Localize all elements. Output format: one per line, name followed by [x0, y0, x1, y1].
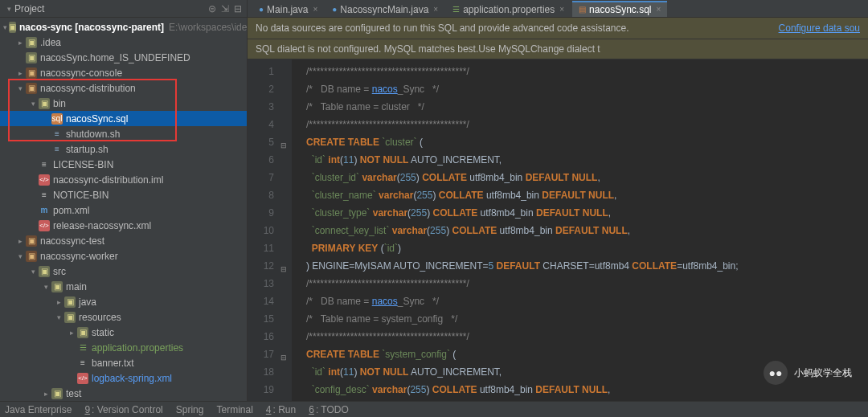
chevron-down-icon[interactable]	[29, 100, 37, 108]
project-collapse-icon[interactable]	[5, 5, 13, 13]
code-line[interactable]: `id` int(11) NOT NULL AUTO_INCREMENT,	[306, 151, 868, 169]
chevron-down-icon[interactable]	[3, 23, 7, 31]
code-line[interactable]: CREATE TABLE `cluster` (	[306, 133, 868, 151]
tab-nacossync-sql[interactable]: ▤nacosSync.sql×	[572, 1, 667, 17]
tree-node-logback-spring-xml[interactable]: </>logback-spring.xml	[0, 370, 247, 386]
tree-node-nacossync-console[interactable]: ▣nacossync-console	[0, 65, 247, 80]
close-icon[interactable]: ×	[433, 5, 438, 14]
code-line[interactable]: /* Table name = system_config */	[306, 310, 868, 328]
configure-datasource-link[interactable]: Configure data sou	[779, 22, 860, 34]
code-line[interactable]: /* DB name = nacos_Sync */	[306, 80, 868, 98]
change-dialect-link[interactable]: Change dialect t	[530, 43, 600, 55]
line-number[interactable]: 14	[251, 292, 274, 310]
tree-node-bin[interactable]: ▣bin	[0, 96, 247, 111]
line-number[interactable]: 9	[251, 204, 274, 222]
line-number[interactable]: 13	[251, 275, 274, 292]
tree-node-startup-sh[interactable]: ≡startup.sh	[0, 141, 247, 157]
line-number[interactable]: 5⊟	[251, 133, 274, 151]
line-number[interactable]: 11	[251, 239, 274, 257]
use-mysql-link[interactable]: Use MySQL	[478, 43, 530, 55]
line-number[interactable]: 17⊟	[251, 345, 274, 363]
tree-node-notice-bin[interactable]: ≡NOTICE-BIN	[0, 187, 247, 202]
code-line[interactable]: `connect_key_list` varchar(255) COLLATE …	[306, 222, 868, 239]
tree-node-license-bin[interactable]: ≡LICENSE-BIN	[0, 157, 247, 172]
code-line[interactable]: `cluster_type` varchar(255) COLLATE utf8…	[306, 204, 868, 222]
collapse-all-icon[interactable]: ⇲	[221, 3, 229, 14]
line-number[interactable]: 12⊟	[251, 257, 274, 275]
line-number[interactable]: 8	[251, 186, 274, 204]
chevron-right-icon[interactable]	[68, 329, 76, 337]
chevron-down-icon[interactable]	[29, 268, 37, 276]
settings-icon[interactable]: ⊜	[208, 3, 216, 14]
code-line[interactable]: `cluster_id` varchar(255) COLLATE utf8mb…	[306, 169, 868, 186]
line-number[interactable]: 16	[251, 328, 274, 345]
code-line[interactable]: /***************************************…	[306, 275, 868, 292]
tree-node-static[interactable]: ▣static	[0, 325, 247, 340]
code-line[interactable]: /***************************************…	[306, 116, 868, 133]
tree-node-banner-txt[interactable]: ≡banner.txt	[0, 355, 247, 370]
tree-node-main[interactable]: ▣main	[0, 279, 247, 294]
line-number[interactable]: 6	[251, 151, 274, 169]
line-number[interactable]: 19	[251, 381, 274, 399]
line-number[interactable]: 1	[251, 63, 274, 80]
toolwindow--run[interactable]: 4: Run	[266, 404, 296, 415]
code-line[interactable]: /* DB name = nacos_Sync */	[306, 292, 868, 310]
tree-node--idea[interactable]: ▣.idea	[0, 35, 247, 50]
line-number[interactable]: 4	[251, 116, 274, 133]
bottom-toolbar[interactable]: Java Enterprise9: Version ControlSpringT…	[0, 401, 868, 417]
code-line[interactable]: PRIMARY KEY (`id`)	[306, 239, 868, 257]
code-line[interactable]: /***************************************…	[306, 328, 868, 345]
code-line[interactable]: ) ENGINE=MyISAM AUTO_INCREMENT=5 DEFAULT…	[306, 257, 868, 275]
chevron-right-icon[interactable]	[16, 39, 24, 47]
line-number[interactable]: 18	[251, 363, 274, 381]
tree-node-nacossync-distribution-iml[interactable]: </>nacossync-distribution.iml	[0, 172, 247, 187]
chevron-right-icon[interactable]	[42, 390, 50, 398]
line-number[interactable]: 15	[251, 310, 274, 328]
chevron-right-icon[interactable]	[16, 69, 24, 77]
line-number[interactable]: 10	[251, 222, 274, 239]
chevron-right-icon[interactable]	[16, 237, 24, 245]
tree-node-nacossync-test[interactable]: ▣nacossync-test	[0, 233, 247, 248]
code-line[interactable]: /***************************************…	[306, 63, 868, 80]
tree-node-application-properties[interactable]: ☰application.properties	[0, 340, 247, 355]
close-icon[interactable]: ×	[656, 5, 661, 14]
tree-node-nacossync-distribution[interactable]: ▣nacossync-distribution	[0, 80, 247, 96]
line-number[interactable]: 7	[251, 169, 274, 186]
chevron-down-icon[interactable]	[16, 84, 24, 92]
toolwindow-terminal[interactable]: Terminal	[216, 404, 252, 415]
line-number[interactable]: 2	[251, 80, 274, 98]
close-icon[interactable]: ×	[313, 5, 317, 14]
tree-root[interactable]: ▣ nacos-sync [nacossync-parent] E:\works…	[0, 19, 247, 35]
tree-node-test[interactable]: ▣test	[0, 386, 247, 401]
chevron-right-icon[interactable]	[55, 298, 63, 306]
toolwindow--todo[interactable]: 6: TODO	[309, 404, 349, 415]
close-icon[interactable]: ×	[559, 5, 564, 14]
tree-node-nacossync-worker[interactable]: ▣nacossync-worker	[0, 248, 247, 264]
toolwindow--version-control[interactable]: 9: Version Control	[84, 404, 162, 415]
tree-node-pom-xml[interactable]: mpom.xml	[0, 202, 247, 218]
chevron-down-icon[interactable]	[42, 283, 50, 291]
tree-node-nacossync-sql[interactable]: sqlnacosSync.sql	[0, 111, 247, 126]
tab-main-java[interactable]: ●Main.java×	[252, 1, 324, 17]
tree-node-resources[interactable]: ▣resources	[0, 309, 247, 325]
toolwindow-spring[interactable]: Spring	[176, 404, 204, 415]
code-line[interactable]: /* Table name = cluster */	[306, 98, 868, 116]
chevron-down-icon[interactable]	[16, 252, 24, 260]
tab-application-properties[interactable]: ☰application.properties×	[446, 1, 571, 17]
hide-icon[interactable]: ⊟	[234, 3, 242, 14]
tree-node-nacossync-home-is-undefined[interactable]: ▣nacosSync.home_IS_UNDEFINED	[0, 50, 247, 65]
tree-node-release-nacossync-xml[interactable]: </>release-nacossync.xml	[0, 218, 247, 233]
fold-icon[interactable]: ⊟	[280, 349, 287, 366]
editor-tabs[interactable]: ●Main.java×●NacossyncMain.java×☰applicat…	[248, 0, 868, 18]
project-tree[interactable]: ▣ nacos-sync [nacossync-parent] E:\works…	[0, 18, 247, 417]
line-number[interactable]: 3	[251, 98, 274, 116]
fold-icon[interactable]: ⊟	[280, 260, 287, 278]
chevron-down-icon[interactable]	[55, 313, 63, 321]
tree-node-src[interactable]: ▣src	[0, 264, 247, 279]
toolwindow-java-enterprise[interactable]: Java Enterprise	[5, 404, 72, 415]
line-gutter[interactable]: 12345⊟6789101112⊟1314151617⊟18192021	[248, 59, 292, 417]
code-line[interactable]: `cluster_name` varchar(255) COLLATE utf8…	[306, 186, 868, 204]
fold-icon[interactable]: ⊟	[280, 137, 287, 154]
tab-nacossyncmain-java[interactable]: ●NacossyncMain.java×	[326, 1, 444, 17]
tree-node-java[interactable]: ▣java	[0, 294, 247, 309]
